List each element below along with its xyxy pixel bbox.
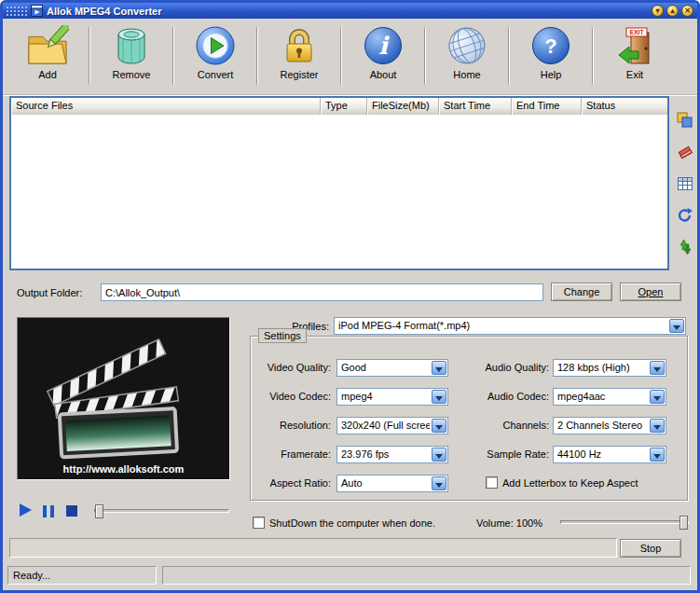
- file-list-body[interactable]: [11, 115, 667, 269]
- chevron-down-icon[interactable]: [432, 448, 446, 462]
- toolbar-button-add[interactable]: Add: [7, 22, 89, 91]
- aspect-ratio-value: Auto: [341, 477, 430, 489]
- rollup-button[interactable]: [666, 5, 679, 17]
- side-tool-move-button[interactable]: [676, 238, 694, 256]
- column-source-files[interactable]: Source Files: [11, 98, 321, 115]
- chevron-down-icon[interactable]: [650, 419, 665, 433]
- toolbar-label-add: Add: [38, 69, 57, 80]
- toolbar-button-about[interactable]: i About: [342, 22, 424, 91]
- toolbar-button-exit[interactable]: EXIT Exit: [594, 22, 676, 91]
- change-button[interactable]: Change: [551, 283, 612, 301]
- grid-icon: [677, 175, 693, 192]
- stop-icon: [66, 505, 77, 517]
- window-controls: [652, 5, 693, 17]
- toolbar-label-about: About: [370, 69, 397, 80]
- seek-slider-handle[interactable]: [95, 504, 103, 518]
- chevron-down-icon[interactable]: [669, 319, 684, 333]
- column-end-time[interactable]: End Time: [512, 98, 582, 115]
- convert-play-icon: [194, 24, 237, 67]
- play-button[interactable]: [18, 503, 33, 517]
- video-quality-select[interactable]: Good: [336, 359, 448, 377]
- profiles-select[interactable]: iPod MPEG-4 Format(*.mp4): [334, 317, 686, 335]
- app-window: Allok MPEG4 Converter Add: [0, 0, 700, 593]
- toolbar-label-exit: Exit: [626, 69, 643, 80]
- exit-door-icon: EXIT: [613, 24, 656, 67]
- toolbar: Add Remove: [3, 19, 697, 95]
- settings-legend: Settings: [258, 328, 307, 343]
- aspect-ratio-label: Aspect Ratio:: [251, 477, 331, 489]
- video-quality-value: Good: [341, 362, 430, 373]
- channels-label: Channels:: [471, 420, 549, 431]
- volume-slider-handle[interactable]: [679, 516, 688, 530]
- up-down-arrows-icon: [677, 239, 693, 255]
- toolbar-label-remove: Remove: [113, 69, 151, 80]
- minimize-button[interactable]: [652, 5, 664, 17]
- shutdown-label: ShutDown the computer when done.: [269, 517, 435, 529]
- output-folder-input[interactable]: [102, 284, 542, 300]
- letterbox-label: Add Letterbox to Keep Aspect: [502, 477, 638, 489]
- column-status[interactable]: Status: [582, 98, 667, 115]
- chevron-down-icon[interactable]: [650, 448, 665, 462]
- resolution-select[interactable]: 320x240 (Full screen): [336, 417, 448, 434]
- about-info-icon: i: [362, 24, 405, 67]
- help-question-icon: ?: [529, 24, 572, 67]
- side-tool-erase-button[interactable]: [676, 143, 694, 161]
- chevron-down-icon[interactable]: [650, 361, 665, 375]
- volume-slider[interactable]: [560, 520, 689, 524]
- toolbar-label-convert: Convert: [198, 69, 234, 80]
- toolbar-button-help[interactable]: ? Help: [510, 22, 592, 91]
- toolbar-label-home: Home: [453, 69, 480, 80]
- svg-text:?: ?: [544, 34, 556, 58]
- seek-slider[interactable]: [94, 509, 229, 513]
- toolbar-button-remove[interactable]: Remove: [90, 22, 172, 91]
- volume-label: Volume: 100%: [476, 517, 542, 529]
- framerate-select[interactable]: 23.976 fps: [336, 446, 448, 463]
- toolbar-button-home[interactable]: Home: [426, 22, 508, 91]
- sample-rate-select[interactable]: 44100 Hz: [553, 446, 666, 463]
- chevron-down-icon[interactable]: [432, 390, 446, 404]
- preview-panel: http://www.alloksoft.com: [17, 317, 230, 480]
- column-start-time[interactable]: Start Time: [439, 98, 512, 115]
- shutdown-checkbox[interactable]: [253, 517, 265, 529]
- pause-icon: [50, 505, 54, 517]
- side-tool-grid-button[interactable]: [676, 174, 694, 193]
- side-tool-refresh-button[interactable]: [676, 206, 694, 225]
- progress-bar: [9, 538, 617, 558]
- letterbox-checkbox[interactable]: [486, 476, 498, 489]
- video-codec-label: Video Codec:: [251, 391, 331, 402]
- pause-button[interactable]: [41, 503, 56, 518]
- aspect-ratio-select[interactable]: Auto: [336, 475, 448, 492]
- add-folder-icon: [26, 24, 69, 67]
- sample-rate-value: 44100 Hz: [557, 448, 648, 460]
- sample-rate-label: Sample Rate:: [471, 448, 549, 460]
- status-secondary-panel: [162, 566, 691, 585]
- column-type[interactable]: Type: [321, 98, 367, 115]
- video-codec-value: mpeg4: [341, 391, 430, 402]
- window-title: Allok MPEG4 Converter: [47, 6, 652, 17]
- video-codec-select[interactable]: mpeg4: [336, 388, 448, 406]
- stop-convert-button[interactable]: Stop: [620, 539, 681, 558]
- column-filesize[interactable]: FileSize(Mb): [367, 98, 439, 115]
- play-icon: [20, 503, 32, 517]
- chevron-down-icon[interactable]: [432, 419, 446, 433]
- stop-playback-button[interactable]: [64, 503, 79, 518]
- audio-quality-select[interactable]: 128 kbps (High): [553, 359, 666, 377]
- audio-codec-select[interactable]: mpeg4aac: [553, 388, 666, 406]
- chevron-down-icon[interactable]: [432, 361, 446, 375]
- toolbar-button-register[interactable]: Register: [258, 22, 340, 91]
- side-tool-profiles-button[interactable]: [676, 111, 694, 130]
- clapperboard-graphic: [28, 324, 219, 462]
- open-button[interactable]: Open: [620, 283, 681, 301]
- chevron-down-icon[interactable]: [650, 390, 665, 404]
- chevron-down-icon[interactable]: [432, 476, 446, 490]
- channels-select[interactable]: 2 Channels Stereo: [553, 417, 666, 434]
- preview-url-text: http://www.alloksoft.com: [63, 463, 185, 475]
- framerate-label: Framerate:: [251, 448, 331, 460]
- output-folder-label: Output Folder:: [17, 287, 82, 298]
- audio-quality-label: Audio Quality:: [471, 362, 549, 373]
- close-button[interactable]: [681, 5, 693, 17]
- resolution-value: 320x240 (Full screen): [341, 420, 430, 431]
- toolbar-label-register: Register: [281, 69, 319, 80]
- video-quality-label: Video Quality:: [251, 362, 331, 373]
- toolbar-button-convert[interactable]: Convert: [174, 22, 256, 91]
